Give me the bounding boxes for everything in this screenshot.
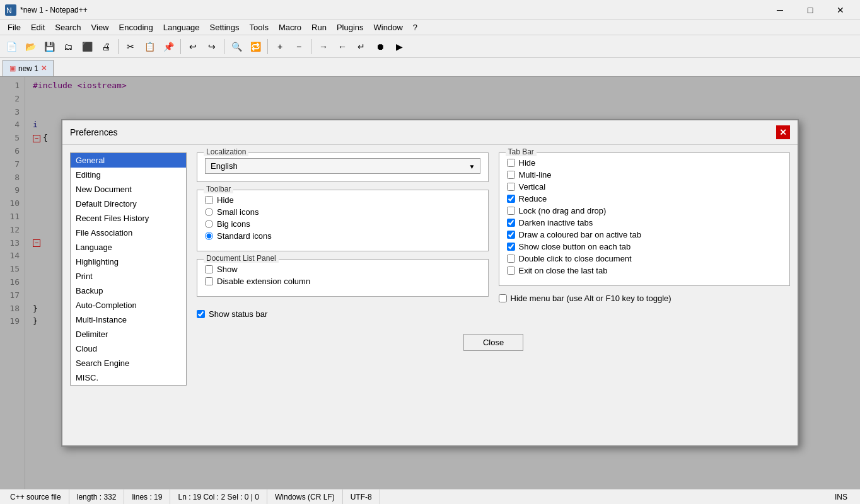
hide-menu-bar-row: Hide menu bar (use Alt or F10 key to tog… bbox=[499, 294, 791, 303]
tab-multiline-checkbox[interactable] bbox=[507, 171, 515, 179]
file-tab-new1[interactable]: ▣ new 1 ✕ bbox=[3, 60, 54, 76]
doc-disable-ext-checkbox[interactable] bbox=[205, 277, 213, 285]
cat-backup[interactable]: Backup bbox=[71, 284, 186, 298]
cat-new-document[interactable]: New Document bbox=[71, 182, 186, 197]
tab-hide-checkbox[interactable] bbox=[507, 159, 515, 167]
menu-file[interactable]: File bbox=[3, 21, 26, 33]
tab-reduce-checkbox[interactable] bbox=[507, 195, 515, 203]
tab-close-btn-checkbox[interactable] bbox=[507, 243, 515, 251]
indent-button[interactable]: → bbox=[315, 38, 332, 55]
zoom-out-button[interactable]: − bbox=[290, 38, 308, 55]
prefs-close-x-button[interactable]: ✕ bbox=[776, 125, 790, 139]
menu-run[interactable]: Run bbox=[306, 21, 332, 33]
toolbar-group: Toolbar Hide Small icons bbox=[197, 190, 489, 251]
menu-tools[interactable]: Tools bbox=[245, 21, 274, 33]
redo-button[interactable]: ↪ bbox=[203, 38, 221, 55]
toolbar-hide-checkbox[interactable] bbox=[205, 196, 213, 204]
cat-search-engine[interactable]: Search Engine bbox=[71, 356, 186, 370]
menu-settings[interactable]: Settings bbox=[205, 21, 245, 33]
cat-language[interactable]: Language bbox=[71, 240, 186, 255]
tab-bar: ▣ new 1 ✕ bbox=[0, 58, 860, 77]
toolbar-big-icons-row: Big icons bbox=[205, 219, 480, 229]
tab-hide-label: Hide bbox=[519, 158, 536, 168]
maximize-button[interactable]: □ bbox=[796, 0, 825, 20]
cat-delimiter[interactable]: Delimiter bbox=[71, 327, 186, 341]
status-encoding: UTF-8 bbox=[343, 490, 380, 504]
window-close-button[interactable]: ✕ bbox=[826, 0, 855, 20]
paste-button[interactable]: 📌 bbox=[160, 38, 177, 55]
menu-help[interactable]: ? bbox=[408, 21, 422, 33]
menu-encoding[interactable]: Encoding bbox=[114, 21, 158, 33]
cat-editing[interactable]: Editing bbox=[71, 168, 186, 182]
cat-default-directory[interactable]: Default Directory bbox=[71, 197, 186, 211]
tab-close-icon[interactable]: ✕ bbox=[41, 64, 47, 72]
toolbar-standard-icons-row: Standard icons bbox=[205, 231, 480, 241]
cat-auto-completion[interactable]: Auto-Completion bbox=[71, 298, 186, 312]
tab-dblclick-checkbox[interactable] bbox=[507, 255, 515, 263]
menu-search[interactable]: Search bbox=[50, 21, 86, 33]
cat-cloud[interactable]: Cloud bbox=[71, 341, 186, 356]
menu-edit[interactable]: Edit bbox=[26, 21, 50, 33]
menu-bar: File Edit Search View Encoding Language … bbox=[0, 20, 860, 35]
cat-misc[interactable]: MISC. bbox=[71, 370, 186, 385]
tab-coloured-checkbox[interactable] bbox=[507, 231, 515, 239]
find-button[interactable]: 🔍 bbox=[228, 38, 245, 55]
menu-view[interactable]: View bbox=[86, 21, 114, 33]
toolbar-hide-row: Hide bbox=[205, 195, 480, 205]
show-status-bar-checkbox[interactable] bbox=[197, 310, 205, 318]
menu-language[interactable]: Language bbox=[158, 21, 205, 33]
menu-window[interactable]: Window bbox=[369, 21, 408, 33]
toolbar-sep-5 bbox=[311, 39, 311, 54]
cut-button[interactable]: ✂ bbox=[122, 38, 139, 55]
tab-reduce-label: Reduce bbox=[519, 194, 547, 203]
toolbar-standard-icons-radio[interactable] bbox=[205, 232, 213, 240]
toolbar-small-icons-radio[interactable] bbox=[205, 208, 213, 216]
cat-recent-files[interactable]: Recent Files History bbox=[71, 211, 186, 226]
close-button[interactable]: ⬛ bbox=[78, 38, 96, 55]
show-status-bar-label: Show status bar bbox=[209, 309, 267, 319]
prefs-middle-col: Localization English French German Spani… bbox=[197, 152, 489, 321]
tab-vertical-checkbox[interactable] bbox=[507, 183, 515, 191]
hide-menu-bar-checkbox[interactable] bbox=[499, 294, 507, 302]
minimize-button[interactable]: ─ bbox=[765, 0, 794, 20]
toolbar-sep-1 bbox=[118, 39, 119, 54]
app-icon: N bbox=[5, 4, 16, 16]
macro-button[interactable]: ⏺ bbox=[371, 38, 389, 55]
doc-show-checkbox[interactable] bbox=[205, 265, 213, 273]
toolbar-sep-3 bbox=[224, 39, 224, 54]
replace-button[interactable]: 🔁 bbox=[247, 38, 264, 55]
tab-darken-checkbox[interactable] bbox=[507, 219, 515, 227]
editor-area: 12345 678910 1112131415 16171819 #includ… bbox=[0, 77, 860, 489]
cat-multi-instance[interactable]: Multi-Instance bbox=[71, 312, 186, 327]
undo-button[interactable]: ↩ bbox=[184, 38, 202, 55]
close-dialog-button[interactable]: Close bbox=[463, 334, 523, 351]
tab-multiline-label: Multi-line bbox=[519, 170, 552, 180]
cat-file-association[interactable]: File Association bbox=[71, 226, 186, 240]
print-button[interactable]: 🖨 bbox=[97, 38, 115, 55]
tab-exit-checkbox[interactable] bbox=[507, 266, 515, 275]
open-button[interactable]: 📂 bbox=[21, 38, 39, 55]
language-select[interactable]: English French German Spanish Chinese bbox=[205, 158, 480, 174]
new-button[interactable]: 📄 bbox=[3, 38, 20, 55]
run-macro-button[interactable]: ▶ bbox=[390, 38, 408, 55]
wrap-button[interactable]: ↵ bbox=[352, 38, 370, 55]
save-all-button[interactable]: 🗂 bbox=[59, 38, 77, 55]
tab-coloured-row: Draw a coloured bar on active tab bbox=[507, 230, 782, 239]
cat-general[interactable]: General bbox=[71, 153, 186, 168]
svg-text:N: N bbox=[6, 6, 12, 15]
tab-lock-checkbox[interactable] bbox=[507, 207, 515, 215]
save-button[interactable]: 💾 bbox=[40, 38, 58, 55]
toolbar-big-icons-radio[interactable] bbox=[205, 220, 213, 228]
menu-plugins[interactable]: Plugins bbox=[332, 21, 369, 33]
unindent-button[interactable]: ← bbox=[334, 38, 351, 55]
tab-close-btn-row: Show close button on each tab bbox=[507, 242, 782, 251]
zoom-in-button[interactable]: + bbox=[271, 38, 289, 55]
toolbar-small-icons-row: Small icons bbox=[205, 207, 480, 217]
copy-button[interactable]: 📋 bbox=[141, 38, 158, 55]
tab-label: new 1 bbox=[18, 64, 38, 73]
menu-macro[interactable]: Macro bbox=[274, 21, 306, 33]
tab-darken-label: Darken inactive tabs bbox=[519, 218, 593, 227]
cat-print[interactable]: Print bbox=[71, 269, 186, 284]
cat-highlighting[interactable]: Highlighting bbox=[71, 255, 186, 269]
hide-menu-bar-label: Hide menu bar (use Alt or F10 key to tog… bbox=[511, 294, 671, 303]
